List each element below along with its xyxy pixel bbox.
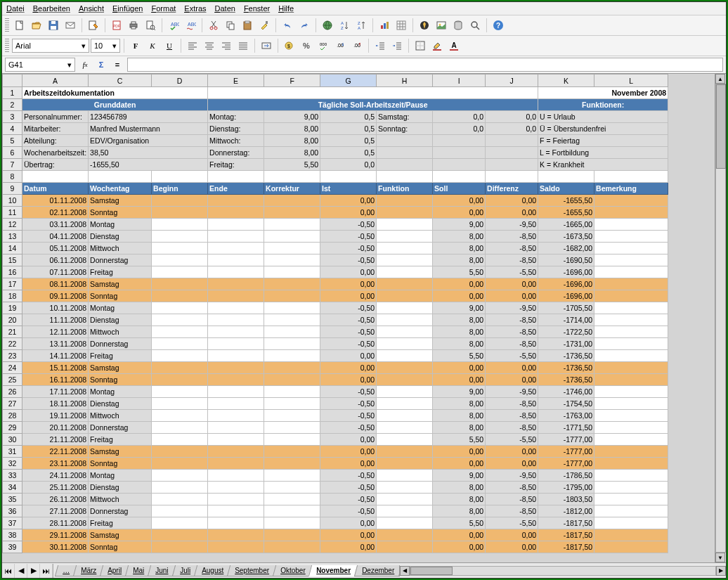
cell-datum[interactable]: 27.11.2008 xyxy=(22,505,89,517)
soll-pause2[interactable] xyxy=(486,135,538,147)
soll-day[interactable]: Montag: xyxy=(208,111,264,123)
sheet-tab-november[interactable]: November xyxy=(308,565,358,576)
col-header-A[interactable]: A xyxy=(22,75,89,87)
cell-wochentag[interactable]: Montag xyxy=(89,386,152,398)
soll-pause[interactable]: 0,5 xyxy=(320,123,377,135)
cell-ende[interactable] xyxy=(208,290,264,302)
row-header[interactable]: 24 xyxy=(3,362,22,374)
cell-wochentag[interactable]: Freitag xyxy=(89,266,152,278)
cell-korrektur[interactable] xyxy=(264,243,320,254)
menu-datei[interactable]: Datei xyxy=(6,4,25,13)
bold-button[interactable]: F xyxy=(128,38,143,53)
cell-korrektur[interactable] xyxy=(264,434,320,446)
row-header[interactable]: 36 xyxy=(3,505,22,517)
print-icon[interactable] xyxy=(126,18,141,33)
cell-saldo[interactable]: -1736,50 xyxy=(538,350,594,362)
cell-funktion[interactable] xyxy=(377,386,433,398)
soll-day2[interactable] xyxy=(377,147,433,159)
cell-soll[interactable]: 0,00 xyxy=(433,446,486,458)
gallery-icon[interactable] xyxy=(434,18,449,33)
cell-korrektur[interactable] xyxy=(264,207,320,219)
menu-ansicht[interactable]: Ansicht xyxy=(79,4,104,13)
cell-datum[interactable]: 11.11.2008 xyxy=(22,314,89,326)
cell-ist[interactable]: -0,50 xyxy=(320,470,377,482)
cell-ist[interactable]: 0,00 xyxy=(320,446,377,458)
cell-datum[interactable]: 24.11.2008 xyxy=(22,470,89,482)
col-header-D[interactable]: D xyxy=(152,75,208,87)
cell-datum[interactable]: 09.11.2008 xyxy=(22,290,89,302)
soll-hours2[interactable] xyxy=(433,135,486,147)
band-soll[interactable]: Tägliche Soll-Arbeitszeit/Pause xyxy=(208,99,538,111)
row-header[interactable]: 18 xyxy=(3,290,22,302)
cell-bemerkung[interactable] xyxy=(594,458,668,470)
cell[interactable] xyxy=(152,171,208,183)
cell-soll[interactable]: 0,00 xyxy=(433,290,486,302)
soll-pause[interactable]: 0,5 xyxy=(320,111,377,123)
cell-wochentag[interactable]: Montag xyxy=(89,219,152,231)
cell-bemerkung[interactable] xyxy=(594,338,668,350)
cell-saldo[interactable]: -1736,50 xyxy=(538,362,594,374)
cell-saldo[interactable]: -1696,00 xyxy=(538,266,594,278)
grunddaten-label[interactable]: Mitarbeiter: xyxy=(22,123,89,135)
cell-soll[interactable]: 8,00 xyxy=(433,410,486,422)
cell-funktion[interactable] xyxy=(377,470,433,482)
cell-bemerkung[interactable] xyxy=(594,266,668,278)
cell-korrektur[interactable] xyxy=(264,422,320,434)
cell-saldo[interactable]: -1777,00 xyxy=(538,458,594,470)
cell-beginn[interactable] xyxy=(152,529,208,541)
remove-decimal-icon[interactable]: .00 xyxy=(349,38,365,53)
cell-ende[interactable] xyxy=(208,326,264,338)
cell-ende[interactable] xyxy=(208,302,264,314)
cell-saldo[interactable]: -1803,50 xyxy=(538,494,594,505)
funktion-legend[interactable]: U = Urlaub xyxy=(538,111,668,123)
col-header-J[interactable]: J xyxy=(486,75,538,87)
cell-beginn[interactable] xyxy=(152,541,208,553)
cell-datum[interactable]: 21.11.2008 xyxy=(22,434,89,446)
grunddaten-value[interactable]: 38,50 xyxy=(89,147,208,159)
cell-soll[interactable]: 5,50 xyxy=(433,266,486,278)
cell-datum[interactable]: 07.11.2008 xyxy=(22,266,89,278)
cell-funktion[interactable] xyxy=(377,446,433,458)
row-header[interactable]: 6 xyxy=(3,147,22,159)
cell-funktion[interactable] xyxy=(377,243,433,254)
row-header[interactable]: 30 xyxy=(3,434,22,446)
row-header[interactable]: 28 xyxy=(3,410,22,422)
cell-differenz[interactable]: -8,50 xyxy=(486,243,538,254)
row-header[interactable]: 22 xyxy=(3,338,22,350)
cell-beginn[interactable] xyxy=(152,219,208,231)
band-funktionen[interactable]: Funktionen: xyxy=(538,99,668,111)
email-icon[interactable] xyxy=(63,18,78,33)
soll-day[interactable]: Mittwoch: xyxy=(208,135,264,147)
row-header[interactable]: 35 xyxy=(3,494,22,505)
align-justify-icon[interactable] xyxy=(235,38,251,53)
col-header-H[interactable]: H xyxy=(377,75,433,87)
cell-differenz[interactable]: -8,50 xyxy=(486,422,538,434)
cell-soll[interactable]: 5,50 xyxy=(433,434,486,446)
cell-beginn[interactable] xyxy=(152,278,208,290)
cell-bemerkung[interactable] xyxy=(594,278,668,290)
currency-icon[interactable]: $ xyxy=(282,38,297,53)
menu-bearbeiten[interactable]: Bearbeiten xyxy=(33,4,70,13)
cell-korrektur[interactable] xyxy=(264,517,320,529)
cell-ist[interactable]: -0,50 xyxy=(320,338,377,350)
row-header[interactable]: 15 xyxy=(3,254,22,266)
cell-ende[interactable] xyxy=(208,266,264,278)
cell-bemerkung[interactable] xyxy=(594,231,668,243)
cell-wochentag[interactable]: Samstag xyxy=(89,446,152,458)
cell-differenz[interactable]: -8,50 xyxy=(486,314,538,326)
borders-icon[interactable] xyxy=(412,38,428,53)
cell-ende[interactable] xyxy=(208,434,264,446)
cell-funktion[interactable] xyxy=(377,362,433,374)
cell-korrektur[interactable] xyxy=(264,529,320,541)
row-header[interactable]: 7 xyxy=(3,159,22,171)
cell-bemerkung[interactable] xyxy=(594,494,668,505)
cell-differenz[interactable]: -9,50 xyxy=(486,219,538,231)
funktion-legend[interactable]: Ü = Überstundenfrei xyxy=(538,123,668,135)
cell-ist[interactable]: -0,50 xyxy=(320,494,377,505)
cell-soll[interactable]: 0,00 xyxy=(433,458,486,470)
cell-saldo[interactable]: -1771,50 xyxy=(538,422,594,434)
pdf-icon[interactable]: PDF xyxy=(109,18,124,33)
open-icon[interactable] xyxy=(29,18,44,33)
cell-wochentag[interactable]: Mittwoch xyxy=(89,243,152,254)
cell-soll[interactable]: 0,00 xyxy=(433,529,486,541)
